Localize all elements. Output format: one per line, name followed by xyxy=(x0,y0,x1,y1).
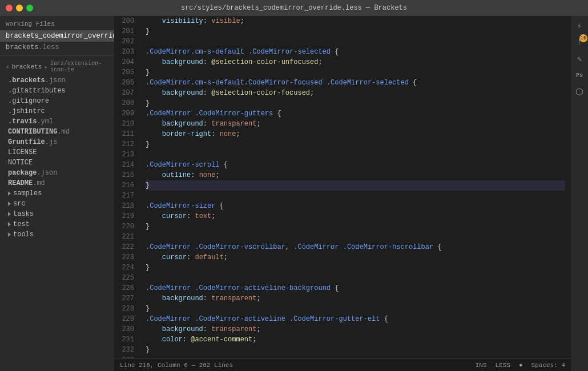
code-line xyxy=(146,150,565,160)
code-line: } xyxy=(146,263,565,273)
folder-arrow-icon xyxy=(8,232,11,237)
tree-item-samples[interactable]: samples xyxy=(0,188,114,199)
line-number: 203 xyxy=(120,47,134,57)
code-line: background: @selection-color-focused; xyxy=(146,88,565,98)
tree-item-tools[interactable]: tools xyxy=(0,229,114,240)
code-line: } xyxy=(146,345,565,355)
line-number: 200 xyxy=(120,16,134,26)
line-number: 225 xyxy=(120,273,134,283)
status-position: Line 216, Column 6 — 262 Lines xyxy=(120,362,476,369)
status-ins[interactable]: INS xyxy=(476,362,487,369)
line-number: 232 xyxy=(120,345,134,355)
code-line: .CodeMirror.cm-s-default .CodeMirror-sel… xyxy=(146,47,565,57)
code-line: .CodeMirror .CodeMirror-activeline-backg… xyxy=(146,283,565,293)
tree-item-contributing[interactable]: CONTRIBUTING.md xyxy=(0,127,114,137)
code-line: .CodeMirror-sizer { xyxy=(146,201,565,211)
line-number: 204 xyxy=(120,57,134,67)
sidebar: Working Files brackets_codemirror_overri… xyxy=(0,16,114,371)
code-line: } xyxy=(146,139,565,150)
line-number: 202 xyxy=(120,37,134,47)
code-content[interactable]: visibility: visible; } .CodeMirror.cm-s-… xyxy=(140,16,571,358)
line-number: 208 xyxy=(120,98,134,108)
code-line: .CodeMirror .CodeMirror-activeline .Code… xyxy=(146,314,565,324)
line-number: 231 xyxy=(120,334,134,345)
code-line xyxy=(146,232,565,242)
tree-item-gitignore[interactable]: .gitignore xyxy=(0,96,114,106)
code-line: } xyxy=(146,26,565,37)
folder-arrow-icon xyxy=(8,222,11,227)
tree-item-brackets-json[interactable]: .brackets.json xyxy=(0,75,114,86)
sidebar-file-brackets[interactable]: brackets.less xyxy=(0,42,114,53)
code-line xyxy=(146,273,565,283)
line-number: 210 xyxy=(120,119,134,129)
code-line: visibility: visible; xyxy=(146,16,565,26)
code-container[interactable]: 2002012022032042052062072082092102112122… xyxy=(114,16,571,358)
editor-area: 2002012022032042052062072082092102112122… xyxy=(114,16,571,371)
code-line: cursor: text; xyxy=(146,211,565,221)
line-number: 212 xyxy=(120,139,134,150)
line-number: 223 xyxy=(120,252,134,263)
window-title: src/styles/brackets_codemirror_override.… xyxy=(181,4,407,12)
code-line xyxy=(146,37,565,47)
line-number: 221 xyxy=(120,232,134,242)
line-number: 209 xyxy=(120,108,134,119)
line-number: 226 xyxy=(120,283,134,293)
code-line: } xyxy=(146,180,565,191)
code-line: background: transparent; xyxy=(146,324,565,334)
tree-item-notice[interactable]: NOTICE xyxy=(0,158,114,168)
line-number: 224 xyxy=(120,263,134,273)
live-preview-icon[interactable]: ⚡ xyxy=(573,19,586,33)
tree-item-src[interactable]: src xyxy=(0,199,114,209)
line-number: 206 xyxy=(120,78,134,88)
extension-icon[interactable]: ⬡ xyxy=(573,85,586,99)
status-right: INS LESS ● Spaces: 4 xyxy=(476,362,565,369)
status-language[interactable]: LESS xyxy=(496,362,510,369)
line-number: 219 xyxy=(120,211,134,221)
brackets-icon: ⚡ xyxy=(6,63,10,71)
right-panel: ⚡ ! 10 ✎ Ps ⬡ xyxy=(571,16,588,371)
line-number: 230 xyxy=(120,324,134,334)
code-line: border-right: none; xyxy=(146,129,565,139)
tree-item-test[interactable]: test xyxy=(0,219,114,229)
jslint-icon[interactable]: ! 10 xyxy=(573,35,586,49)
tree-item-tasks[interactable]: tasks xyxy=(0,209,114,219)
close-button[interactable] xyxy=(6,5,13,11)
edit-icon[interactable]: ✎ xyxy=(573,52,586,66)
tree-item-package[interactable]: package.json xyxy=(0,168,114,178)
working-files-label: Working Files xyxy=(0,16,114,30)
folder-arrow-icon xyxy=(8,212,11,216)
status-encoding: ● xyxy=(519,362,523,369)
line-number: 222 xyxy=(120,242,134,252)
line-number: 205 xyxy=(120,67,134,78)
tree-item-travis[interactable]: .travis.yml xyxy=(0,116,114,127)
project-name: brackets xyxy=(12,63,42,70)
tree-item-gitattributes[interactable]: .gitattributes xyxy=(0,86,114,96)
folder-arrow-icon xyxy=(8,191,11,196)
tree-item-jshintrc[interactable]: .jshintrc xyxy=(0,106,114,116)
project-folder-header[interactable]: ⚡ brackets ▸ larz/extension-icon-te xyxy=(0,58,114,75)
line-number: 214 xyxy=(120,160,134,170)
line-number: 213 xyxy=(120,150,134,160)
minimize-button[interactable] xyxy=(16,5,23,11)
line-number: 227 xyxy=(120,293,134,304)
code-line xyxy=(146,191,565,201)
line-number: 201 xyxy=(120,26,134,37)
line-number: 228 xyxy=(120,304,134,314)
folder-arrow-icon xyxy=(8,201,11,206)
maximize-button[interactable] xyxy=(26,5,33,11)
tree-item-gruntfile[interactable]: Gruntfile.js xyxy=(0,137,114,147)
sidebar-file-active[interactable]: brackets_codemirror_override.less xyxy=(0,30,114,42)
line-numbers: 2002012022032042052062072082092102112122… xyxy=(114,16,140,358)
line-number: 211 xyxy=(120,129,134,139)
line-number: 215 xyxy=(120,170,134,180)
line-number: 217 xyxy=(120,191,134,201)
code-line: background: transparent; xyxy=(146,293,565,304)
code-line: .CodeMirror.cm-s-default.CodeMirror-focu… xyxy=(146,78,565,88)
code-line: background: transparent; xyxy=(146,119,565,129)
code-line: .CodeMirror .CodeMirror-vscrollbar, .Cod… xyxy=(146,242,565,252)
title-bar: src/styles/brackets_codemirror_override.… xyxy=(0,0,588,16)
tree-item-readme[interactable]: README.md xyxy=(0,178,114,188)
status-spaces[interactable]: Spaces: 4 xyxy=(531,362,565,369)
tree-item-license[interactable]: LICENSE xyxy=(0,147,114,158)
ps-icon[interactable]: Ps xyxy=(573,68,586,82)
